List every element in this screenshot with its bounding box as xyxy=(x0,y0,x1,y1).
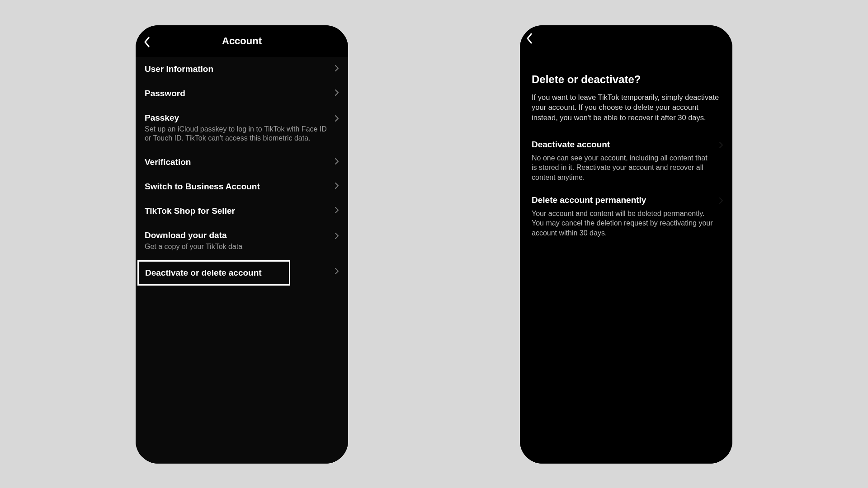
row-sublabel: Get a copy of your TikTok data xyxy=(145,242,330,251)
highlight-box: Deactivate or delete account xyxy=(137,260,290,286)
back-button[interactable] xyxy=(140,35,154,49)
row-label: Passkey xyxy=(145,113,330,123)
chevron-right-icon xyxy=(335,206,339,216)
row-label: Password xyxy=(145,89,330,99)
chevron-right-icon xyxy=(335,115,339,124)
option-title: Deactivate account xyxy=(532,140,714,150)
settings-list: User Information Password Passkey Set up… xyxy=(136,57,348,464)
chevron-right-icon xyxy=(335,182,339,191)
settings-row-download-data[interactable]: Download your data Get a copy of your Ti… xyxy=(136,223,348,258)
chevron-left-icon xyxy=(526,33,533,44)
header xyxy=(520,25,732,48)
header: Account xyxy=(136,25,348,57)
settings-row-verification[interactable]: Verification xyxy=(136,150,348,174)
settings-row-passkey[interactable]: Passkey Set up an iCloud passkey to log … xyxy=(136,106,348,150)
row-label: TikTok Shop for Seller xyxy=(145,206,330,216)
settings-row-password[interactable]: Password xyxy=(136,81,348,106)
chevron-left-icon xyxy=(143,37,151,47)
chevron-right-icon xyxy=(335,158,339,167)
page-title: Account xyxy=(222,35,262,47)
chevron-right-icon xyxy=(335,89,339,98)
settings-row-switch-business[interactable]: Switch to Business Account xyxy=(136,174,348,199)
option-title: Delete account permanently xyxy=(532,195,714,205)
row-label: Download your data xyxy=(145,230,330,240)
chevron-right-icon xyxy=(719,141,723,150)
chevron-right-icon xyxy=(335,267,339,277)
content: Delete or deactivate? If you want to lea… xyxy=(520,48,732,464)
chevron-right-icon xyxy=(335,232,339,241)
back-button[interactable] xyxy=(523,32,536,45)
intro-text: If you want to leave TikTok temporarily,… xyxy=(532,92,721,122)
settings-row-tiktok-shop[interactable]: TikTok Shop for Seller xyxy=(136,199,348,223)
delete-deactivate-screen: Delete or deactivate? If you want to lea… xyxy=(520,25,732,464)
settings-row-deactivate-delete[interactable]: Deactivate or delete account xyxy=(139,262,289,284)
row-sublabel: Set up an iCloud passkey to log in to Ti… xyxy=(145,125,330,143)
option-description: Your account and content will be deleted… xyxy=(532,209,714,238)
chevron-right-icon xyxy=(335,65,339,74)
option-description: No one can see your account, including a… xyxy=(532,153,714,183)
row-label: User Information xyxy=(145,64,330,74)
option-delete-permanently[interactable]: Delete account permanently Your account … xyxy=(532,195,721,238)
row-label: Verification xyxy=(145,157,330,167)
settings-row-user-information[interactable]: User Information xyxy=(136,57,348,81)
row-label: Switch to Business Account xyxy=(145,182,330,192)
row-label: Deactivate or delete account xyxy=(145,268,283,278)
option-deactivate[interactable]: Deactivate account No one can see your a… xyxy=(532,140,721,183)
chevron-right-icon xyxy=(719,197,723,206)
screen-heading: Delete or deactivate? xyxy=(532,73,721,86)
account-settings-screen: Account User Information Password Passke… xyxy=(136,25,348,464)
